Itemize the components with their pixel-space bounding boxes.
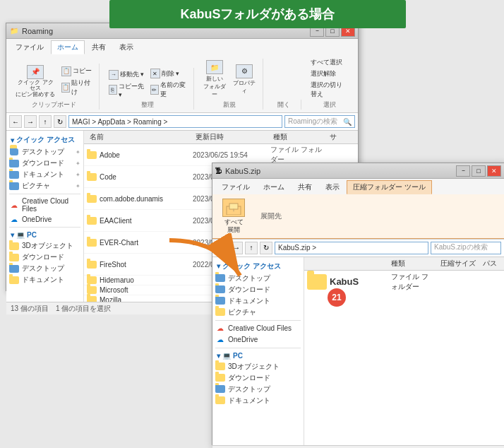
zip-sidebar-docs2[interactable]: ドキュメント: [212, 395, 304, 406]
paste-icon: 📋: [61, 83, 70, 93]
zip-tab-file[interactable]: ファイル: [215, 180, 256, 194]
sidebar-item-onedrive[interactable]: ☁ OneDrive: [6, 213, 83, 225]
file-name-eaaclient: EAAClient: [100, 217, 132, 225]
pin-button[interactable]: 📌 クイック アクセスにピン留めする: [13, 64, 58, 100]
sidebar-item-pictures[interactable]: ピクチャ ✦: [6, 180, 83, 191]
zip-minimize-button[interactable]: －: [456, 165, 470, 177]
file-name-fireshot: FireShot: [100, 261, 126, 269]
address-path[interactable]: MAGI > AppData > Roaming >: [68, 115, 282, 128]
folder-icon-fireshot: [87, 261, 97, 269]
refresh-button[interactable]: ↻: [54, 115, 66, 128]
sidebar-item-desktop[interactable]: デスクトップ ✦: [6, 146, 83, 158]
col-size[interactable]: サ: [327, 132, 355, 142]
deselect-button[interactable]: 選択解除: [308, 69, 351, 79]
documents-icon: [9, 170, 19, 179]
pc-header[interactable]: ▾ 💻 PC: [6, 230, 83, 240]
sidebar-ccf-label: Creative Cloud Files: [22, 197, 80, 213]
copy-button[interactable]: ⎘ コピー先 ▾: [107, 81, 147, 99]
zip-download-label: ダウンロード: [228, 285, 270, 295]
pc-chevron-icon: ▾: [11, 231, 14, 239]
zip-up-button[interactable]: ↑: [245, 242, 258, 254]
copy-to-icon: 📋: [61, 66, 71, 76]
zip-pc-header[interactable]: ▾ 💻 PC: [212, 350, 304, 361]
select-all-button[interactable]: すべて選択: [308, 57, 351, 68]
zip-window-title: KabuS.zip: [225, 167, 456, 175]
zip-desktop2-label: デスクトップ: [228, 384, 270, 394]
pin-icon: 📌: [27, 65, 44, 79]
zip-col-csize[interactable]: 圧縮サイズ: [438, 259, 480, 269]
zip-sidebar-pictures[interactable]: ピクチャ: [212, 307, 304, 318]
zip-close-button[interactable]: ✕: [487, 165, 501, 177]
copy-to-label: コピー: [73, 66, 92, 76]
col-type[interactable]: 種類: [270, 132, 327, 142]
zip-sidebar-desktop2[interactable]: デスクトップ: [212, 384, 304, 395]
zip-sidebar-documents[interactable]: ドキュメント: [212, 295, 304, 307]
invert-select-button[interactable]: 選択の切り替え: [308, 80, 351, 100]
copy-to-button[interactable]: 📋 コピー: [59, 66, 95, 77]
zip-col-name[interactable]: [307, 259, 388, 269]
deselect-label: 選択解除: [311, 69, 336, 78]
move-to-button[interactable]: → 移動先 ▾: [107, 69, 147, 81]
zip-col-pass[interactable]: パス: [480, 259, 501, 269]
zip-divider2: [215, 348, 301, 348]
zip-kabus-type: ファイル フォルダー: [388, 272, 438, 292]
file-date-adobe: 2023/06/25 19:54: [193, 151, 270, 159]
zip-tab-share[interactable]: 共有: [292, 180, 318, 194]
back-button[interactable]: ←: [9, 115, 22, 128]
sidebar-item-ccf[interactable]: ☁ Creative Cloud Files: [6, 196, 83, 213]
tab-home[interactable]: ホーム: [51, 40, 85, 54]
delete-button[interactable]: ✕ 削除 ▾: [148, 68, 189, 79]
zip-forward-button[interactable]: →: [230, 242, 243, 254]
zip-sidebar-onedrive[interactable]: ☁ OneDrive: [212, 334, 304, 346]
delete-label: 削除 ▾: [162, 69, 180, 78]
svg-text:↓: ↓: [233, 208, 235, 212]
search-box[interactable]: Roamingの検索 🔍: [284, 115, 355, 128]
properties-button[interactable]: ⚙ プロパティ: [230, 63, 258, 96]
up-button[interactable]: ↑: [39, 115, 52, 128]
zip-quick-access-header[interactable]: ▾ クイック アクセス: [212, 260, 304, 273]
zip-tab-view[interactable]: 表示: [319, 180, 346, 194]
sidebar-item-documents[interactable]: ドキュメント ✦: [6, 169, 83, 180]
zip-col-type[interactable]: 種類: [388, 259, 438, 269]
zip-search-box[interactable]: KabuS.zipの検索: [431, 242, 501, 254]
expand-all-button[interactable]: ↓ すべて展開: [218, 197, 249, 235]
zip-tab-home[interactable]: ホーム: [257, 180, 291, 194]
zip-pc-icon: 💻: [222, 352, 231, 360]
zip-sidebar-desktop[interactable]: デスクトップ: [212, 273, 304, 284]
search-icon: 🔍: [343, 118, 352, 126]
zip-sidebar-3d[interactable]: 3Dオブジェクト: [212, 361, 304, 372]
address-bar: ← → ↑ ↻ MAGI > AppData > Roaming > Roami…: [6, 113, 358, 131]
quick-access-header[interactable]: ▾ クイック アクセス: [6, 134, 83, 146]
zip-sidebar-dl2[interactable]: ダウンロード: [212, 372, 304, 384]
zip-refresh-button[interactable]: ↻: [260, 242, 272, 254]
paste-button[interactable]: 📋 貼り付け: [59, 78, 95, 98]
zip-ribbon: ファイル ホーム 共有 表示 圧縮フォルダー ツール ↓ すべて展開 展開先: [212, 179, 504, 240]
forward-button[interactable]: →: [24, 115, 37, 128]
tab-view[interactable]: 表示: [113, 40, 140, 54]
zip-maximize-button[interactable]: □: [472, 165, 486, 177]
new-folder-button[interactable]: 📁 新しいフォルダー: [201, 59, 229, 100]
group-open: 開く: [266, 100, 301, 110]
zip-back-button[interactable]: ←: [215, 242, 228, 254]
folder-icon: [87, 151, 97, 159]
zip-tab-compress-tools[interactable]: 圧縮フォルダー ツール: [347, 180, 432, 194]
zip-sidebar-download[interactable]: ダウンロード: [212, 284, 304, 295]
sidebar-item-desktop2[interactable]: デスクトップ: [6, 263, 83, 274]
file-list-header: 名前 更新日時 種類 サ: [84, 131, 358, 144]
zip-address-path[interactable]: KabuS.zip >: [275, 242, 428, 254]
new-folder-icon: 📁: [206, 60, 223, 74]
col-date[interactable]: 更新日時: [193, 132, 270, 142]
sidebar-item-3d[interactable]: 3Dオブジェクト: [6, 240, 83, 252]
pc-label: PC: [27, 231, 37, 239]
file-name-hidemaruo: Hidemaruo: [100, 276, 134, 284]
sidebar-item-download[interactable]: ダウンロード ✦: [6, 158, 83, 169]
rename-button[interactable]: ✏ 名前の変更: [148, 80, 189, 100]
move-to-icon: →: [109, 70, 119, 80]
tab-share[interactable]: 共有: [85, 40, 112, 54]
col-name[interactable]: 名前: [87, 132, 193, 142]
sidebar-item-dl2[interactable]: ダウンロード: [6, 252, 83, 263]
tab-file[interactable]: ファイル: [9, 40, 50, 54]
zip-sidebar-ccf[interactable]: ☁ Creative Cloud Files: [212, 323, 304, 334]
organize-label: 整理: [141, 100, 154, 110]
sidebar-item-docs2[interactable]: ドキュメント: [6, 274, 83, 285]
